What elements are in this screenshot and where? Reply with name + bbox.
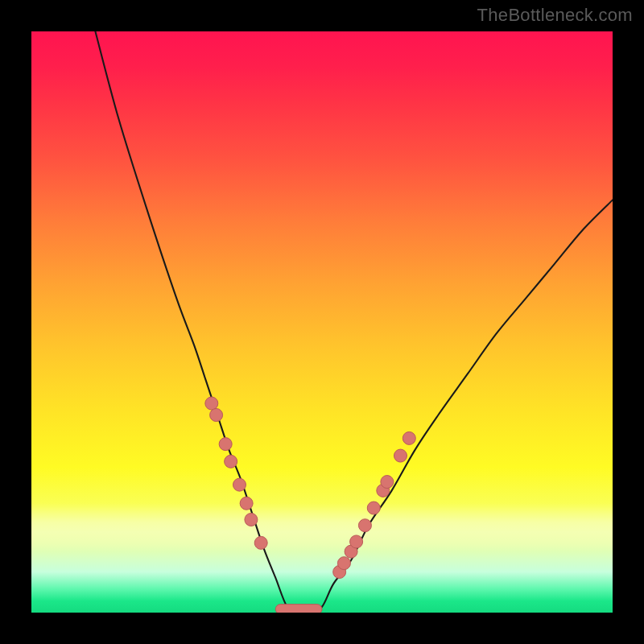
data-dot [358, 519, 371, 532]
data-dot [219, 438, 232, 451]
watermark-text: TheBottleneck.com [477, 5, 633, 26]
data-dot [210, 409, 223, 422]
data-dot [240, 497, 253, 510]
data-dot [225, 455, 237, 468]
data-dot [402, 431, 415, 444]
data-dot [254, 536, 267, 549]
plateau-bar [275, 605, 322, 613]
plot-area [31, 31, 613, 613]
data-dot [205, 397, 218, 410]
bottleneck-curve [95, 31, 613, 613]
dots-right-group [333, 431, 416, 578]
data-dot [245, 513, 258, 526]
data-dot [394, 449, 407, 462]
data-dot [233, 478, 246, 491]
chart-frame: TheBottleneck.com [0, 0, 644, 644]
data-dot [350, 535, 363, 548]
curve-layer [31, 31, 613, 613]
data-dot [337, 557, 350, 570]
dots-left-group [205, 397, 267, 549]
data-dot [381, 476, 394, 489]
data-dot [367, 502, 380, 514]
